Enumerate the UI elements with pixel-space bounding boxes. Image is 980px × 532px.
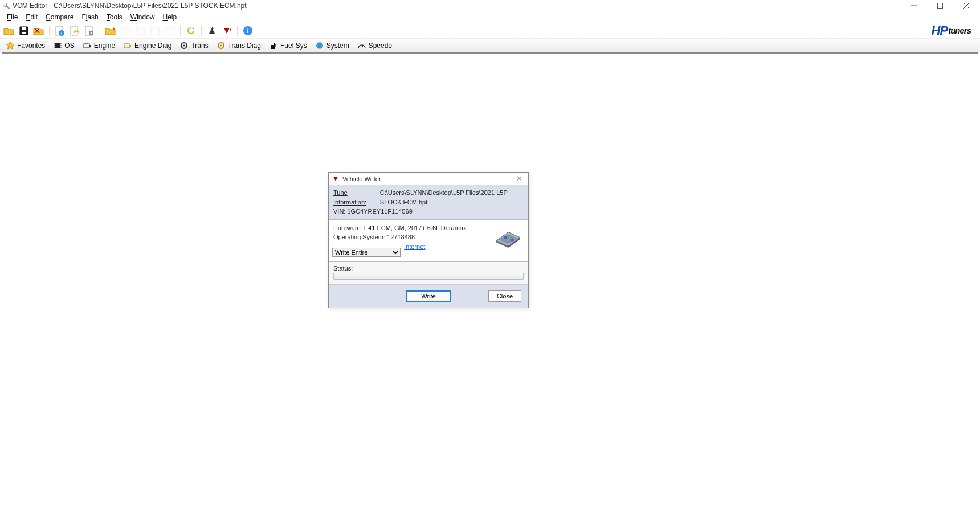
gear-icon — [179, 41, 189, 50]
save-icon[interactable] — [18, 25, 30, 36]
svg-point-43 — [220, 45, 222, 47]
hptuners-logo: HPtuners — [932, 23, 971, 38]
svg-rect-5 — [22, 32, 26, 34]
write-vehicle-icon — [332, 175, 339, 182]
progress-bar — [333, 273, 524, 280]
tab-trans-diag[interactable]: Trans Diag — [217, 41, 261, 50]
write-vehicle-icon[interactable] — [221, 25, 232, 36]
tab-engine-diag[interactable]: Engine Diag — [123, 41, 172, 50]
tab-os-label: OS — [64, 42, 74, 50]
svg-rect-37 — [130, 45, 131, 47]
speedo-icon — [357, 41, 366, 50]
close-button[interactable]: Close — [488, 290, 521, 302]
ecm-image — [492, 224, 525, 248]
refresh-icon[interactable] — [185, 25, 197, 36]
maximize-button[interactable] — [932, 1, 948, 11]
tab-speedo-label: Speedo — [369, 42, 392, 50]
dialog-titlebar: Vehicle Writer ✕ — [329, 173, 528, 185]
menu-help[interactable]: Help — [163, 13, 177, 21]
menu-compare[interactable]: Compare — [46, 13, 74, 21]
tune-info-label: Tune Information: — [333, 188, 373, 207]
menu-window[interactable]: Window — [130, 13, 155, 21]
dialog-footer: Write Close — [329, 285, 528, 308]
tab-speedo[interactable]: Speedo — [357, 41, 392, 50]
vin-label: VIN: 1GC4YREY1LF114569 — [333, 207, 524, 216]
svg-rect-36 — [124, 44, 130, 48]
menu-bar: File Edit Compare Flash Tools Window Hel… — [0, 11, 980, 23]
tab-os[interactable]: OS — [53, 41, 74, 50]
svg-rect-33 — [89, 45, 91, 47]
fuel-icon — [269, 41, 278, 50]
svg-rect-15 — [121, 27, 129, 35]
document-gear-icon[interactable] — [84, 25, 95, 36]
chip-icon — [53, 41, 62, 50]
tab-fuel-sys[interactable]: Fuel Sys — [269, 41, 307, 50]
separator — [237, 26, 238, 36]
write-button[interactable]: Write — [406, 290, 450, 302]
separator — [201, 26, 202, 36]
tab-trans-label: Trans — [191, 42, 208, 50]
compare-open-icon[interactable] — [105, 25, 116, 36]
svg-rect-4 — [22, 27, 26, 30]
separator — [100, 26, 100, 36]
svg-rect-45 — [271, 43, 274, 45]
logo-tuners: tuners — [948, 26, 971, 35]
svg-point-14 — [91, 32, 92, 34]
hardware-section: Hardware: E41 ECM, GM, 2017+ 6.6L Durama… — [329, 220, 528, 263]
tab-trans[interactable]: Trans — [179, 41, 208, 50]
dialog-title-left: Vehicle Writer — [332, 175, 381, 182]
calendar-icon-1 — [120, 25, 131, 36]
svg-point-41 — [183, 45, 185, 47]
window-controls — [906, 1, 974, 11]
tab-system[interactable]: System — [315, 41, 349, 50]
tab-engine-diag-label: Engine Diag — [134, 42, 172, 50]
vehicle-writer-dialog: Vehicle Writer ✕ Tune Information: C:\Us… — [328, 172, 529, 308]
svg-rect-25 — [55, 43, 60, 48]
separator — [180, 26, 181, 36]
calendar-icon-3 — [149, 25, 161, 36]
minimize-button[interactable] — [906, 1, 922, 11]
svg-rect-17 — [136, 27, 144, 35]
svg-point-46 — [316, 42, 323, 49]
svg-text:i: i — [247, 27, 248, 34]
tab-engine[interactable]: Engine — [83, 41, 115, 50]
internet-link[interactable]: Internet — [404, 243, 425, 250]
engine-icon — [83, 41, 92, 50]
globe-icon — [315, 41, 324, 50]
dialog-close-icon[interactable]: ✕ — [514, 174, 525, 183]
svg-rect-19 — [151, 27, 159, 35]
status-section: Status: — [329, 262, 528, 285]
menu-file[interactable]: File — [7, 13, 18, 21]
open-icon[interactable] — [3, 25, 15, 36]
svg-rect-21 — [166, 27, 174, 35]
svg-rect-51 — [504, 236, 507, 239]
read-vehicle-icon[interactable] — [206, 25, 218, 36]
calendar-icon-4 — [164, 25, 175, 36]
tab-system-label: System — [326, 42, 349, 50]
star-icon — [6, 41, 15, 50]
tune-info-path: C:\Users\SLYNN\Desktop\L5P Files\2021 L5… — [380, 188, 524, 207]
close-window-button[interactable] — [958, 1, 974, 11]
close-file-icon[interactable] — [33, 25, 44, 36]
engine-diag-icon — [123, 41, 132, 50]
document-user-icon[interactable] — [69, 25, 80, 36]
app-icon — [2, 2, 10, 10]
menu-edit[interactable]: Edit — [26, 13, 38, 21]
svg-rect-1 — [938, 3, 943, 9]
tab-engine-label: Engine — [94, 42, 115, 50]
toolbar: i i HPtuners — [0, 23, 980, 39]
gear-diag-icon — [217, 41, 226, 50]
menu-flash[interactable]: Flash — [81, 13, 98, 21]
svg-point-11 — [76, 30, 77, 31]
tab-favorites[interactable]: Favorites — [6, 41, 45, 50]
menu-tools[interactable]: Tools — [107, 13, 122, 21]
status-label: Status: — [333, 265, 524, 272]
svg-text:i: i — [61, 31, 62, 36]
separator — [49, 26, 50, 36]
document-info-icon[interactable]: i — [54, 25, 66, 36]
logo-hp: HP — [932, 23, 948, 38]
info-icon[interactable]: i — [242, 25, 254, 36]
tune-information-section: Tune Information: C:\Users\SLYNN\Desktop… — [329, 185, 528, 220]
write-mode-select[interactable]: Write Entire — [332, 248, 401, 257]
window-title-text: VCM Editor - C:\Users\SLYNN\Desktop\L5P … — [13, 2, 247, 10]
